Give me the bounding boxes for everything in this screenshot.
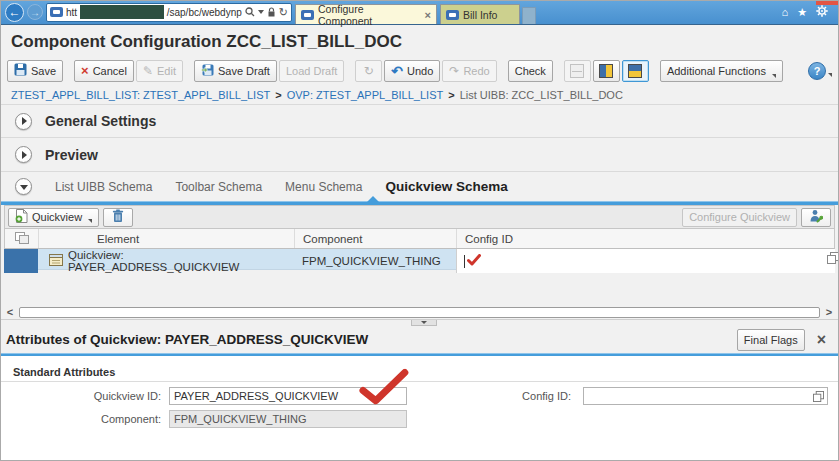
gear-icon[interactable] (816, 3, 828, 21)
page-title: Component Configuration ZCC_LIST_BILL_DO… (1, 25, 838, 56)
scrollbar-thumb[interactable] (19, 307, 820, 318)
tab-label: Configure Component (318, 3, 421, 27)
splitter-collapse-handle[interactable] (411, 320, 437, 326)
form-view-icon (570, 64, 584, 78)
delete-button[interactable] (103, 208, 133, 227)
sap-favicon-icon (301, 10, 314, 20)
form-view-button (564, 60, 591, 82)
breadcrumb-link-appl[interactable]: ZTEST_APPL_BILL_LIST: ZTEST_APPL_BILL_LI… (11, 89, 270, 101)
back-arrow-icon: ← (9, 5, 21, 19)
undo-arrow-icon: ↶ (391, 64, 403, 78)
config-id-input[interactable] (584, 389, 813, 403)
cancel-button[interactable]: × Cancel (74, 60, 134, 82)
scroll-right-arrow[interactable]: > (823, 306, 835, 318)
expand-general-settings-button[interactable] (15, 113, 32, 130)
home-icon[interactable]: ⌂ (781, 7, 788, 18)
address-dropdown-icon[interactable] (258, 10, 264, 14)
menu-arrow-icon (88, 219, 92, 223)
close-attributes-icon[interactable]: × (813, 332, 830, 348)
expand-preview-button[interactable] (15, 146, 32, 163)
favorites-star-icon[interactable]: ★ (797, 7, 807, 18)
horizontal-split-view-button[interactable] (622, 60, 649, 82)
section-general-settings: General Settings (1, 104, 838, 138)
additional-functions-button[interactable]: Additional Functions (660, 60, 783, 82)
breadcrumb-separator: > (448, 89, 454, 101)
red-check-icon (467, 254, 481, 268)
column-header-element[interactable]: Element (39, 229, 295, 248)
value-help-icon[interactable] (813, 391, 827, 402)
load-draft-label: Load Draft (286, 65, 337, 77)
breadcrumb-separator: > (275, 89, 281, 101)
sap-favicon-icon (446, 10, 459, 20)
tab-menu-schema[interactable]: Menu Schema (285, 180, 362, 194)
tab-list-uibb-schema[interactable]: List UIBB Schema (55, 180, 152, 194)
address-bar[interactable]: htt /sap/bc/webdynp ↻ (46, 3, 292, 22)
menu-arrow-icon (828, 73, 832, 77)
add-quickview-button[interactable]: Quickview (8, 208, 99, 227)
row-component-cell[interactable]: FPM_QUICKVIEW_THING (294, 249, 456, 273)
row-element-cell[interactable]: Quickview: PAYER_ADDRESS_QUICKVIEW (38, 249, 294, 273)
tab-quickview-schema[interactable]: Quickview Schema (385, 179, 507, 194)
column-header-component[interactable]: Component (295, 229, 457, 248)
tab-configure-component[interactable]: Configure Component × (295, 4, 437, 24)
save-button[interactable]: Save (7, 60, 63, 82)
scroll-left-arrow[interactable]: < (4, 306, 16, 318)
main-toolbar: Save × Cancel ✎ Edit Save Draft Load Dra… (1, 56, 838, 85)
breadcrumb-current: List UIBB: ZCC_LIST_BILL_DOC (460, 89, 623, 101)
forward-arrow-icon: → (30, 7, 40, 18)
window-close-button[interactable] (816, 1, 838, 5)
horizontal-scrollbar: < > (1, 305, 838, 319)
undo-button[interactable]: ↶ Undo (384, 60, 440, 82)
configure-quickview-button: Configure Quickview (682, 208, 797, 227)
refresh-icon[interactable]: ↻ (279, 7, 288, 17)
text-cursor (464, 255, 465, 268)
schema-tab-strip: List UIBB Schema Toolbar Schema Menu Sch… (1, 172, 838, 201)
group-title: Standard Attributes (1, 366, 838, 378)
vertical-split-view-button[interactable] (593, 60, 620, 82)
tab-bill-info[interactable]: Bill Info (440, 4, 520, 24)
user-settings-button[interactable] (801, 208, 831, 227)
breadcrumb: ZTEST_APPL_BILL_LIST: ZTEST_APPL_BILL_LI… (1, 85, 838, 104)
quickview-element-icon (49, 254, 63, 268)
final-flags-button[interactable]: Final Flags (737, 329, 805, 351)
redo-label: Redo (463, 65, 489, 77)
lock-icon (267, 7, 276, 17)
forward-button[interactable]: → (27, 4, 43, 20)
chevron-right-icon (22, 151, 27, 159)
row-config-id-cell[interactable] (456, 249, 835, 273)
value-help-icon[interactable] (827, 252, 839, 266)
new-tab-button[interactable] (522, 7, 536, 24)
check-button[interactable]: Check (508, 60, 553, 82)
chevron-right-icon (22, 117, 27, 125)
url-path: /sap/bc/webdynp (167, 7, 242, 18)
breadcrumb-link-ovp[interactable]: OVP: ZTEST_APPL_BILL_LIST (287, 89, 444, 101)
tab-close-icon[interactable]: × (425, 10, 431, 20)
section-preview: Preview (1, 138, 838, 172)
edit-button: ✎ Edit (136, 60, 183, 82)
row-element-text: Quickview: PAYER_ADDRESS_QUICKVIEW (68, 249, 294, 273)
help-button[interactable]: ? (808, 62, 826, 80)
active-tab-underline (1, 201, 838, 205)
cancel-label: Cancel (93, 65, 127, 77)
row-selector-column-header (5, 229, 39, 248)
quickview-schema-panel: Quickview Configure Quickview (4, 205, 835, 305)
quickview-id-label: Quickview ID: (1, 390, 161, 402)
back-button[interactable]: ← (5, 3, 24, 22)
save-draft-floppy-icon (201, 63, 214, 78)
section-title: Preview (45, 147, 98, 163)
column-header-config-id[interactable]: Config ID (457, 229, 834, 248)
save-draft-button[interactable]: Save Draft (194, 60, 277, 82)
url-prefix: htt (66, 7, 77, 18)
red-check-annotation-icon (358, 368, 413, 412)
additional-functions-label: Additional Functions (667, 65, 766, 77)
search-icon[interactable] (245, 7, 255, 17)
tab-toolbar-schema[interactable]: Toolbar Schema (175, 180, 262, 194)
edit-label: Edit (157, 65, 176, 77)
redo-button: ↷ Redo (442, 60, 496, 82)
table-row[interactable]: Quickview: PAYER_ADDRESS_QUICKVIEW FPM_Q… (4, 249, 835, 270)
undo-label: Undo (407, 65, 433, 77)
collapse-schemas-button[interactable] (15, 178, 32, 195)
row-selector[interactable] (4, 249, 38, 273)
panel-splitter[interactable] (1, 319, 838, 326)
save-label: Save (31, 65, 56, 77)
